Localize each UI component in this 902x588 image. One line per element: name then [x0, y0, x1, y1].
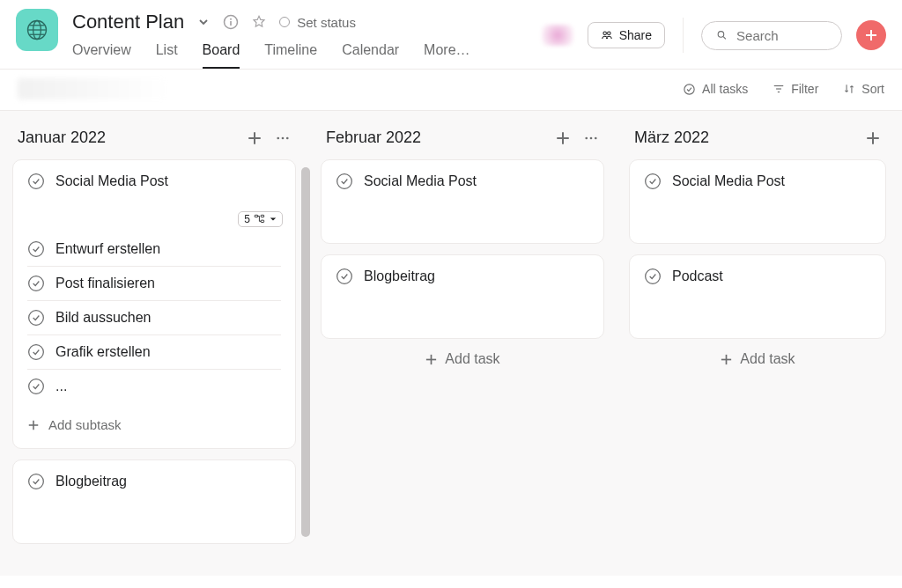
task-title: Social Media Post: [364, 173, 477, 189]
svg-point-37: [585, 136, 588, 139]
svg-point-34: [29, 474, 44, 489]
complete-toggle[interactable]: [27, 173, 45, 190]
tabs: Overview List Board Timeline Calendar Mo…: [72, 42, 542, 69]
svg-point-28: [29, 276, 44, 291]
share-button[interactable]: Share: [588, 22, 665, 48]
task-title: Podcast: [672, 268, 723, 284]
project-icon: [16, 9, 58, 51]
svg-rect-24: [255, 215, 258, 217]
tab-timeline[interactable]: Timeline: [264, 42, 317, 69]
subtask-title: Bild aussuchen: [55, 310, 152, 326]
plus-icon: [425, 353, 438, 366]
svg-point-47: [646, 269, 661, 284]
svg-point-20: [277, 136, 279, 139]
add-subtask-button[interactable]: Add subtask: [27, 403, 281, 432]
add-subtask-label: Add subtask: [48, 417, 122, 432]
caret-down-icon: [270, 216, 277, 223]
filter-label: Filter: [791, 82, 818, 96]
project-title[interactable]: Content Plan: [72, 11, 184, 33]
complete-toggle[interactable]: [27, 473, 45, 490]
svg-point-31: [29, 379, 44, 394]
svg-point-10: [718, 32, 724, 38]
svg-rect-25: [261, 215, 264, 217]
task-card[interactable]: Blogbeitrag: [321, 254, 604, 339]
all-tasks-filter[interactable]: All tasks: [683, 82, 748, 96]
subtask-title: ...: [55, 379, 67, 394]
complete-toggle[interactable]: [27, 309, 45, 327]
chevron-down-icon[interactable]: [196, 15, 211, 29]
separator: [683, 18, 684, 53]
status-dot-icon: [279, 17, 290, 27]
complete-toggle[interactable]: [27, 378, 45, 395]
svg-point-46: [646, 174, 661, 189]
subtask-count-badge[interactable]: 5: [238, 211, 283, 227]
header-right: Share: [542, 18, 886, 53]
complete-toggle[interactable]: [336, 268, 353, 285]
sort-button[interactable]: Sort: [843, 82, 884, 96]
tab-board[interactable]: Board: [203, 42, 240, 69]
info-icon[interactable]: [223, 14, 239, 30]
add-card-icon[interactable]: [555, 130, 571, 146]
subtask-item[interactable]: ...: [27, 369, 281, 403]
people-icon: [601, 29, 613, 41]
star-icon[interactable]: [251, 14, 267, 30]
column-more-icon[interactable]: [583, 130, 599, 146]
column-title[interactable]: März 2022: [634, 129, 709, 147]
task-card[interactable]: Social Media Post: [321, 159, 604, 244]
complete-toggle[interactable]: [336, 173, 353, 190]
board: Januar 2022 Social Media Post 5 Entwurf …: [0, 111, 902, 576]
app-header: Content Plan Set status Overview List Bo…: [0, 0, 902, 70]
search-input[interactable]: [736, 28, 827, 43]
subtask-item[interactable]: Grafik erstellen: [27, 334, 281, 369]
set-status-button[interactable]: Set status: [279, 15, 356, 30]
svg-point-39: [595, 136, 597, 139]
complete-toggle[interactable]: [27, 275, 45, 292]
complete-toggle[interactable]: [27, 240, 45, 258]
subtask-item[interactable]: Post finalisieren: [27, 266, 281, 300]
add-task-button[interactable]: Add task: [321, 339, 604, 371]
subtask-icon: [254, 214, 266, 224]
add-card-icon[interactable]: [247, 130, 262, 146]
column-more-icon[interactable]: [275, 130, 291, 146]
column-title[interactable]: Februar 2022: [326, 129, 421, 147]
column-title[interactable]: Januar 2022: [18, 129, 106, 147]
tab-list[interactable]: List: [156, 42, 178, 69]
svg-point-40: [337, 174, 352, 189]
svg-point-27: [29, 242, 44, 257]
task-card[interactable]: Social Media Post: [629, 159, 886, 244]
tab-more[interactable]: More…: [424, 42, 469, 69]
sort-label: Sort: [861, 82, 884, 96]
search-box[interactable]: [701, 21, 842, 50]
svg-point-8: [603, 32, 607, 35]
task-card[interactable]: Social Media Post 5 Entwurf erstellen Po…: [12, 159, 296, 449]
tab-overview[interactable]: Overview: [72, 42, 131, 69]
subtask-title: Grafik erstellen: [55, 344, 151, 360]
create-button[interactable]: [856, 20, 886, 50]
svg-point-6: [230, 18, 232, 20]
add-task-button[interactable]: Add task: [629, 339, 886, 371]
svg-point-9: [607, 32, 610, 35]
task-card[interactable]: Podcast: [629, 254, 886, 339]
all-tasks-label: All tasks: [702, 82, 748, 96]
subtask-item[interactable]: Bild aussuchen: [27, 300, 281, 334]
complete-toggle[interactable]: [644, 173, 662, 190]
complete-toggle[interactable]: [27, 343, 45, 361]
column-februar: Februar 2022 Social Media Post Blogbeitr…: [308, 121, 617, 576]
task-title: Social Media Post: [55, 173, 168, 189]
plus-icon: [720, 353, 733, 366]
add-task-label: Add task: [740, 351, 795, 367]
subtask-item[interactable]: Entwurf erstellen: [27, 232, 281, 266]
sort-icon: [843, 83, 855, 95]
add-task-label: Add task: [445, 351, 499, 367]
add-card-icon[interactable]: [865, 130, 881, 146]
complete-toggle[interactable]: [644, 268, 662, 285]
plus-icon: [27, 419, 40, 431]
task-card[interactable]: Blogbeitrag: [12, 459, 296, 544]
tab-calendar[interactable]: Calendar: [342, 42, 399, 69]
svg-point-14: [684, 84, 694, 93]
subtask-count: 5: [244, 213, 250, 225]
svg-point-29: [29, 311, 44, 326]
filter-button[interactable]: Filter: [773, 82, 818, 96]
member-avatar[interactable]: [542, 25, 573, 46]
toolbar-left-redacted: [18, 78, 167, 99]
